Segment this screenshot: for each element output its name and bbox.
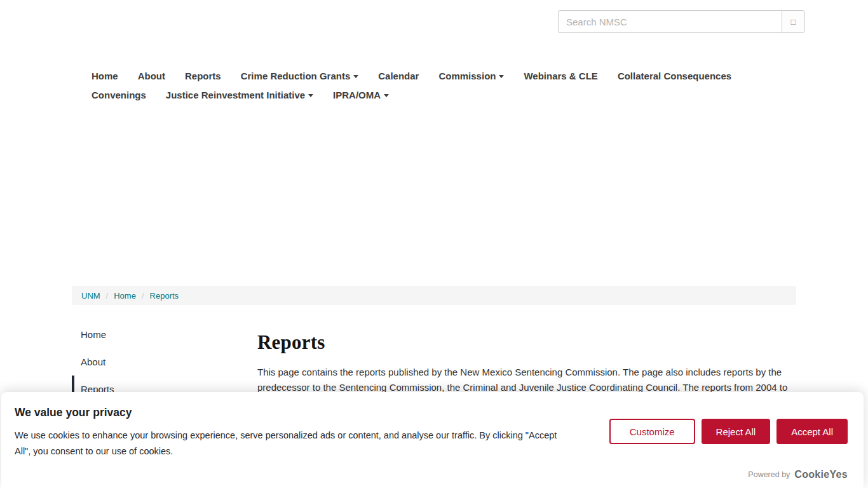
page-intro-text: This page contains the reports published… bbox=[257, 365, 796, 395]
caret-down-icon bbox=[384, 94, 389, 97]
breadcrumb-unm[interactable]: UNM bbox=[81, 291, 100, 301]
page-title: Reports bbox=[257, 331, 796, 354]
cookie-banner-message: We use cookies to enhance your browsing … bbox=[15, 428, 574, 459]
breadcrumb-separator: / bbox=[142, 291, 144, 301]
main-content: Reports This page contains the reports p… bbox=[257, 321, 796, 403]
section-sidebar: Home About Reports bbox=[72, 321, 257, 403]
content-area: Home About Reports Reports This page con… bbox=[72, 321, 796, 403]
breadcrumb-separator: / bbox=[106, 291, 109, 301]
sidebar-item-home[interactable]: Home bbox=[72, 321, 257, 348]
nav-item-about[interactable]: About bbox=[138, 71, 165, 81]
caret-down-icon bbox=[353, 75, 358, 78]
sidebar-item-about[interactable]: About bbox=[72, 348, 257, 376]
nav-item-collateral-consequences[interactable]: Collateral Consequences bbox=[618, 71, 731, 81]
cookie-banner-buttons: Customize Reject All Accept All bbox=[609, 419, 848, 444]
main-navigation: Home About Reports Crime Reduction Grant… bbox=[92, 66, 810, 104]
nav-row-1: Home About Reports Crime Reduction Grant… bbox=[92, 66, 810, 85]
nav-item-webinars-cle[interactable]: Webinars & CLE bbox=[524, 71, 597, 81]
customize-button[interactable]: Customize bbox=[609, 419, 695, 444]
breadcrumb-reports[interactable]: Reports bbox=[150, 291, 179, 301]
nav-item-commission[interactable]: Commission bbox=[438, 71, 504, 81]
search-button[interactable]: □ bbox=[782, 10, 805, 33]
caret-down-icon bbox=[499, 75, 504, 78]
cookie-consent-banner: We value your privacy We use cookies to … bbox=[1, 392, 864, 488]
search-input[interactable] bbox=[558, 10, 782, 33]
breadcrumb: UNM / Home / Reports bbox=[72, 286, 796, 305]
cookieyes-logo[interactable]: CookieYes bbox=[794, 469, 848, 480]
nav-item-convenings[interactable]: Convenings bbox=[92, 90, 146, 100]
accept-all-button[interactable]: Accept All bbox=[776, 419, 848, 444]
nav-item-calendar[interactable]: Calendar bbox=[378, 71, 419, 81]
nav-row-2: Convenings Justice Reinvestment Initiati… bbox=[92, 85, 810, 104]
nav-item-justice-reinvestment-initiative[interactable]: Justice Reinvestment Initiative bbox=[166, 90, 313, 100]
powered-by-label: Powered by bbox=[748, 470, 790, 479]
powered-by: Powered by CookieYes bbox=[748, 469, 848, 480]
cookie-banner-title: We value your privacy bbox=[15, 406, 848, 419]
site-search: □ bbox=[558, 10, 805, 33]
search-icon: □ bbox=[791, 17, 796, 27]
nav-item-crime-reduction-grants[interactable]: Crime Reduction Grants bbox=[241, 71, 359, 81]
breadcrumb-home[interactable]: Home bbox=[114, 291, 136, 301]
nav-item-reports[interactable]: Reports bbox=[185, 71, 221, 81]
caret-down-icon bbox=[308, 94, 313, 97]
nav-item-ipra-oma[interactable]: IPRA/OMA bbox=[333, 90, 389, 100]
nav-item-home[interactable]: Home bbox=[92, 71, 118, 81]
reject-all-button[interactable]: Reject All bbox=[702, 419, 771, 444]
